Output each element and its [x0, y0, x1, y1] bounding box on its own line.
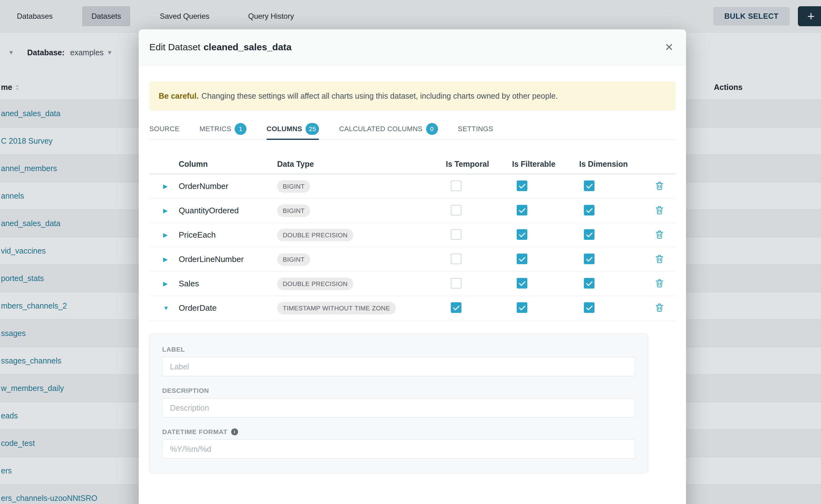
data-type-pill: DOUBLE PRECISION — [277, 278, 353, 290]
modal-title-dataset-name: cleaned_sales_data — [203, 42, 291, 52]
expand-caret-icon[interactable]: ▶ — [163, 256, 168, 263]
label-input[interactable] — [162, 357, 635, 376]
column-row-orderdate: ▼ OrderDate TIMESTAMP WITHOUT TIME ZONE — [149, 296, 675, 320]
is-filterable-checkbox[interactable] — [517, 254, 527, 264]
column-editor-panel: LABEL DESCRIPTION DATETIME FORMAT i — [149, 334, 648, 473]
label-field-label: LABEL — [162, 346, 635, 353]
expand-caret-icon[interactable]: ▶ — [163, 280, 168, 287]
is-dimension-checkbox[interactable] — [584, 278, 595, 289]
data-type-pill: BIGINT — [277, 253, 310, 266]
modal-header: Edit Datasetcleaned_sales_data ✕ — [139, 29, 686, 65]
column-name: QuantityOrdered — [179, 206, 277, 215]
tab-badge: 0 — [426, 123, 438, 135]
column-row-sales: ▶ Sales DOUBLE PRECISION — [149, 272, 675, 296]
delete-column-icon[interactable] — [655, 230, 665, 240]
header-column: Column — [179, 160, 277, 169]
is-temporal-checkbox[interactable] — [451, 278, 462, 289]
header-is-temporal: Is Temporal — [446, 160, 512, 169]
modal-tabs: SOURCE METRICS 1 COLUMNS 25 CALCULATED C… — [149, 119, 675, 140]
column-name: Sales — [179, 279, 277, 289]
column-row-orderlinenumber: ▶ OrderLineNumber BIGINT — [149, 247, 675, 272]
info-icon: i — [231, 428, 238, 435]
is-dimension-checkbox[interactable] — [584, 205, 595, 215]
is-temporal-checkbox[interactable] — [451, 205, 462, 215]
is-temporal-checkbox[interactable] — [451, 302, 462, 313]
is-dimension-checkbox[interactable] — [584, 229, 595, 240]
column-name: PriceEach — [179, 230, 277, 240]
is-filterable-checkbox[interactable] — [517, 205, 527, 215]
column-name: OrderNumber — [179, 181, 277, 191]
description-input[interactable] — [162, 398, 635, 418]
column-name: OrderDate — [179, 303, 277, 313]
header-is-dimension: Is Dimension — [579, 160, 655, 169]
delete-column-icon[interactable] — [655, 303, 665, 313]
warning-banner: Be careful. Changing these settings will… — [149, 82, 675, 111]
collapse-caret-icon[interactable]: ▼ — [163, 305, 169, 311]
is-dimension-checkbox[interactable] — [584, 254, 595, 264]
is-filterable-checkbox[interactable] — [517, 180, 527, 191]
delete-column-icon[interactable] — [655, 278, 665, 288]
tab-badge: 25 — [305, 123, 319, 135]
data-type-pill: TIMESTAMP WITHOUT TIME ZONE — [277, 302, 396, 314]
close-icon[interactable]: ✕ — [665, 42, 674, 52]
is-dimension-checkbox[interactable] — [584, 302, 595, 313]
column-row-priceeach: ▶ PriceEach DOUBLE PRECISION — [149, 223, 675, 247]
columns-table-header: Column Data Type Is Temporal Is Filterab… — [149, 154, 675, 174]
tab-settings[interactable]: SETTINGS — [458, 119, 493, 139]
tab-badge: 1 — [235, 123, 246, 135]
is-filterable-checkbox[interactable] — [517, 302, 527, 313]
is-filterable-checkbox[interactable] — [517, 278, 527, 289]
expand-caret-icon[interactable]: ▶ — [163, 232, 168, 238]
delete-column-icon[interactable] — [655, 205, 665, 215]
is-temporal-checkbox[interactable] — [451, 229, 462, 240]
data-type-pill: DOUBLE PRECISION — [277, 229, 353, 241]
header-is-filterable: Is Filterable — [512, 160, 579, 169]
expand-caret-icon[interactable]: ▶ — [163, 183, 168, 190]
tab-columns[interactable]: COLUMNS 25 — [266, 119, 319, 139]
datetime-format-field-label: DATETIME FORMAT i — [162, 428, 635, 436]
is-filterable-checkbox[interactable] — [517, 229, 527, 240]
screen: Databases Datasets Saved Queries Query H… — [0, 0, 821, 504]
column-row-ordernumber: ▶ OrderNumber BIGINT — [149, 174, 675, 199]
is-temporal-checkbox[interactable] — [451, 180, 462, 191]
modal-title-prefix: Edit Dataset — [149, 42, 200, 52]
tab-metrics[interactable]: METRICS 1 — [200, 119, 247, 139]
description-field-label: DESCRIPTION — [162, 387, 635, 394]
data-type-pill: BIGINT — [277, 180, 310, 193]
expand-caret-icon[interactable]: ▶ — [163, 207, 168, 214]
warning-text: Changing these settings will affect all … — [201, 91, 558, 101]
datetime-format-input[interactable] — [162, 439, 635, 459]
edit-dataset-modal: Edit Datasetcleaned_sales_data ✕ Be care… — [139, 29, 686, 504]
delete-column-icon[interactable] — [655, 254, 665, 264]
warning-bold-text: Be careful. — [159, 91, 199, 101]
delete-column-icon[interactable] — [655, 181, 665, 191]
header-data-type: Data Type — [277, 160, 446, 169]
column-name: OrderLineNumber — [179, 254, 277, 264]
tab-source[interactable]: SOURCE — [149, 119, 180, 139]
data-type-pill: BIGINT — [277, 205, 310, 217]
column-row-quantityordered: ▶ QuantityOrdered BIGINT — [149, 199, 675, 223]
modal-title: Edit Datasetcleaned_sales_data — [149, 42, 291, 52]
tab-calculated-columns[interactable]: CALCULATED COLUMNS 0 — [339, 119, 438, 139]
is-dimension-checkbox[interactable] — [584, 180, 595, 191]
is-temporal-checkbox[interactable] — [451, 254, 462, 264]
modal-body: Be careful. Changing these settings will… — [139, 82, 686, 473]
